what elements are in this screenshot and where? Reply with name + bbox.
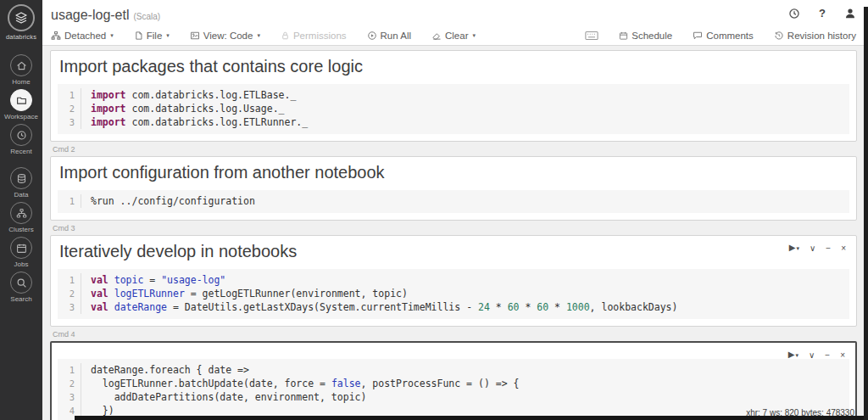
code-editor[interactable]: 1dateRange.foreach { date =>2 logETLRunn…: [58, 359, 849, 420]
sidebar-item-workspace[interactable]: Workspace: [0, 89, 42, 120]
clock-icon: [16, 130, 27, 141]
sidebar-item-label: Workspace: [0, 113, 42, 120]
line-number: 2: [58, 287, 81, 300]
code-editor[interactable]: 1%run ../config/configuration: [58, 190, 849, 213]
calendar-icon: [16, 243, 27, 254]
collapse-cell-button[interactable]: ∨: [809, 351, 815, 360]
revision-history-button[interactable]: Revision history: [774, 31, 856, 41]
code-line[interactable]: 2val logETLRunner = getLogETLRunner(envi…: [58, 287, 849, 300]
notebook-title[interactable]: usage-log-etl: [51, 8, 130, 23]
file-label: File: [147, 31, 163, 41]
code-line[interactable]: 1%run ../config/configuration: [58, 194, 849, 208]
code-text: import com.databricks.log.ETLRunner._: [81, 115, 308, 129]
notebook-cell-1[interactable]: Import packages that contains core logic…: [50, 50, 857, 142]
sidebar-item-home[interactable]: Home: [0, 54, 42, 86]
permissions-label: Permissions: [293, 31, 347, 41]
code-line[interactable]: 2 logETLRunner.batchUpdate(date, force =…: [58, 377, 849, 390]
cell-heading: Import packages that contains core logic: [59, 56, 848, 77]
cluster-attach-menu[interactable]: Detached ▾: [51, 31, 114, 41]
home-icon: [16, 60, 27, 71]
detached-label: Detached: [64, 31, 106, 41]
folder-icon: [16, 95, 27, 106]
code-line[interactable]: 3val dateRange = DateUtils.getLastXDays(…: [58, 300, 849, 314]
code-text: logETLRunner.batchUpdate(date, force = f…: [81, 377, 519, 390]
play-circle-icon: [367, 31, 377, 41]
sidebar-item-label: Data: [0, 191, 42, 199]
caret-down-icon: ▾: [796, 245, 799, 251]
notebook-cell-4[interactable]: ▶▾ ∨ − × 1dateRange.foreach { date =>2 l…: [50, 341, 857, 420]
caret-down-icon: ▾: [795, 352, 798, 358]
sidebar-item-clusters[interactable]: Clusters: [0, 202, 42, 233]
code-line[interactable]: 1dateRange.foreach { date =>: [58, 363, 849, 377]
code-text: val dateRange = DateUtils.getLastXDays(S…: [81, 300, 677, 314]
caret-down-icon: ▾: [257, 32, 260, 39]
code-text: %run ../config/configuration: [81, 194, 255, 208]
line-number: 1: [58, 88, 81, 102]
cmd-label: Cmd 3: [53, 224, 857, 232]
brand-label: databricks: [0, 33, 42, 41]
sidebar-item-label: Jobs: [0, 260, 42, 268]
user-icon[interactable]: [844, 8, 856, 20]
close-cell-button[interactable]: ×: [841, 244, 846, 253]
code-line[interactable]: 2import com.databricks.log.Usage._: [58, 102, 849, 115]
line-number: 1: [58, 194, 81, 208]
sitemap-icon: [16, 208, 27, 219]
view-label: View: Code: [203, 31, 253, 41]
run-cell-button[interactable]: ▶▾: [788, 350, 798, 360]
sidebar-item-label: Search: [0, 295, 42, 303]
comments-button[interactable]: Comments: [693, 31, 754, 41]
code-line[interactable]: 3import com.databricks.log.ETLRunner._: [58, 115, 849, 129]
notebook-titlebar: usage-log-etl (Scala) ?: [42, 0, 868, 25]
caret-down-icon: ▾: [166, 32, 170, 39]
code-text: val topic = "usage-log": [81, 273, 225, 287]
sidebar-item-search[interactable]: Search: [0, 272, 42, 303]
minimize-cell-button[interactable]: −: [825, 351, 830, 360]
line-number: 2: [58, 377, 81, 390]
run-cell-button[interactable]: ▶▾: [789, 244, 799, 253]
code-editor[interactable]: 1val topic = "usage-log"2val logETLRunne…: [58, 269, 849, 319]
help-icon[interactable]: ?: [819, 7, 826, 20]
schedule-label: Schedule: [632, 31, 672, 41]
layers-icon: [14, 11, 28, 25]
close-cell-button[interactable]: ×: [840, 351, 845, 360]
sidebar: databricks Home Workspace Recent Data Cl…: [0, 0, 42, 420]
clear-menu[interactable]: Clear ▾: [431, 31, 476, 41]
cell-heading: Import configuration from another notebo…: [59, 162, 848, 183]
shortcuts-button[interactable]: [585, 31, 598, 41]
run-all-button[interactable]: Run All: [367, 31, 411, 41]
window-bottom-edge: [75, 416, 868, 420]
view-menu[interactable]: View: Code ▾: [190, 31, 260, 41]
code-text: addDatePartitions(date, environment, top…: [81, 390, 366, 404]
sidebar-item-recent[interactable]: Recent: [0, 124, 42, 155]
sidebar-item-jobs[interactable]: Jobs: [0, 237, 42, 268]
line-number: 3: [58, 390, 81, 404]
code-line[interactable]: 3 addDatePartitions(date, environment, t…: [58, 390, 849, 404]
minimize-cell-button[interactable]: −: [826, 244, 831, 253]
revision-history-label: Revision history: [787, 31, 856, 41]
file-icon: [134, 31, 143, 41]
line-number: 1: [58, 273, 81, 287]
keyboard-icon: [585, 31, 598, 41]
databricks-logo[interactable]: databricks: [0, 0, 42, 41]
sidebar-nav: Home Workspace Recent Data Clusters Jobs…: [0, 54, 42, 303]
sidebar-item-data[interactable]: Data: [0, 167, 42, 199]
notebook-cell-3[interactable]: ▶▾ ∨ − × Iteratively develop in notebook…: [50, 235, 857, 327]
code-line[interactable]: 1val topic = "usage-log": [58, 273, 849, 287]
lock-icon: [281, 31, 290, 41]
code-text: val logETLRunner = getLogETLRunner(envir…: [81, 287, 408, 300]
code-editor[interactable]: 1import com.databricks.log.ETLBase._2imp…: [58, 84, 849, 134]
collapse-cell-button[interactable]: ∨: [810, 244, 815, 253]
cell-controls: ▶▾ ∨ − ×: [788, 350, 845, 360]
run-all-label: Run All: [381, 31, 411, 41]
code-text: import com.databricks.log.ETLBase._: [81, 88, 296, 102]
line-number: 3: [58, 115, 81, 129]
comments-label: Comments: [706, 31, 754, 41]
code-line[interactable]: 1import com.databricks.log.ETLBase._: [58, 88, 849, 102]
line-number: 3: [58, 300, 81, 314]
schedule-button[interactable]: Schedule: [619, 31, 672, 41]
clock-icon[interactable]: [788, 8, 800, 20]
file-menu[interactable]: File ▾: [134, 31, 170, 41]
notebook-cell-2[interactable]: Import configuration from another notebo…: [50, 156, 857, 221]
line-number: 1: [58, 363, 81, 377]
cmd-label: Cmd 2: [53, 145, 857, 154]
